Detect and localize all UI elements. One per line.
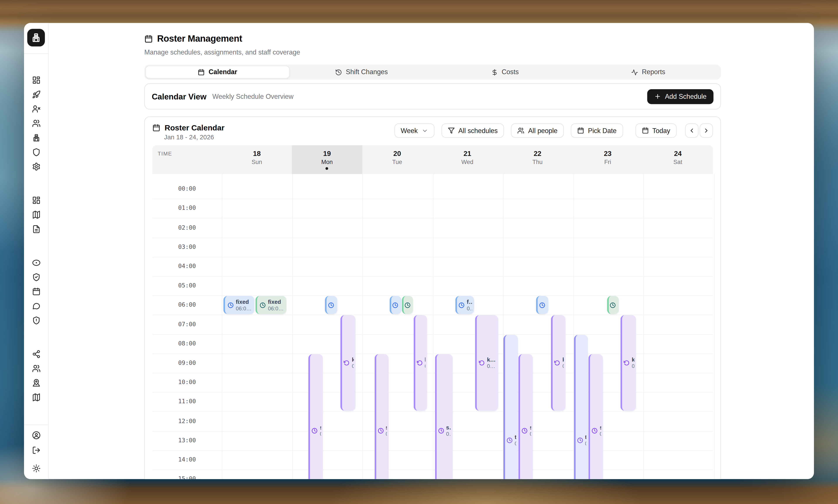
prev-week-button[interactable] <box>685 123 699 138</box>
next-week-button[interactable] <box>700 123 713 138</box>
calendar-event[interactable]: fixed06:0… <box>256 296 286 314</box>
calendar-icon <box>152 124 160 132</box>
rotate-ccw-icon <box>417 360 422 366</box>
calendar-event[interactable]: k…0… <box>621 316 636 411</box>
sidebar-item-message[interactable] <box>24 302 48 310</box>
clock-icon <box>610 302 616 308</box>
sidebar-item-shield-alert[interactable] <box>24 316 48 325</box>
sidebar-item-layout-dashboard[interactable] <box>24 76 48 85</box>
sidebar-item-map[interactable] <box>24 211 48 219</box>
calendar-event[interactable]: s…0… <box>589 354 603 479</box>
plus-icon <box>654 93 661 100</box>
sidebar-item-file-text[interactable] <box>24 225 48 233</box>
sidebar-item-user-circle[interactable] <box>24 431 48 439</box>
clock-icon <box>378 428 383 434</box>
clock-icon <box>328 302 334 308</box>
pick-date-button[interactable]: Pick Date <box>571 123 623 138</box>
calendar-event[interactable]: f…0… <box>607 296 619 314</box>
calendar-event[interactable]: k…0… <box>341 316 355 411</box>
calendar-event[interactable]: t…0… <box>574 335 588 479</box>
tab-reports[interactable]: Reports <box>577 66 720 78</box>
day-header-fri[interactable]: 23Fri <box>573 145 643 174</box>
sidebar-item-shield-check[interactable] <box>24 273 48 281</box>
clock-icon <box>522 428 528 434</box>
schedule-filter-button[interactable]: All schedules <box>441 123 504 138</box>
users-icon <box>32 364 40 373</box>
hour-label: 02:00 <box>152 224 222 231</box>
calendar-event[interactable]: fixed06:0… <box>224 296 255 314</box>
page-header: Roster Management Manage schedules, assi… <box>144 34 300 56</box>
sidebar-item-user-x[interactable] <box>24 105 48 113</box>
calendar-icon <box>32 287 40 296</box>
day-header-row: TIME 18Sun19Mon20Tue21Wed22Thu23Fri24Sat <box>152 145 713 174</box>
day-header-mon[interactable]: 19Mon <box>292 145 362 174</box>
hour-label: 00:00 <box>152 185 222 193</box>
current-day-dot <box>326 167 328 170</box>
sidebar-item-log-out[interactable] <box>24 446 48 454</box>
calendar-event[interactable]: s…0… <box>519 354 533 479</box>
chevron-right-icon <box>703 127 710 134</box>
panel-title: Calendar View <box>152 92 207 101</box>
sidebar-item-users[interactable] <box>24 364 48 373</box>
tab-calendar[interactable]: Calendar <box>145 66 290 78</box>
tab-costs[interactable]: Costs <box>433 66 577 78</box>
day-header-thu[interactable]: 22Thu <box>502 145 573 174</box>
calendar-event[interactable]: t…0… <box>504 335 518 479</box>
calendar-event[interactable]: k…0… <box>413 316 426 411</box>
history-icon <box>335 69 342 76</box>
day-header-tue[interactable]: 20Tue <box>362 145 432 174</box>
week-grid: TIME 18Sun19Mon20Tue21Wed22Thu23Fri24Sat… <box>152 145 713 479</box>
calendar-event[interactable]: f…0… <box>389 296 401 314</box>
calendar-event[interactable]: s…0… <box>435 354 453 479</box>
hour-label: 14:00 <box>152 456 222 464</box>
view-select[interactable]: Week <box>394 123 434 138</box>
people-filter-button[interactable]: All people <box>511 123 564 138</box>
day-header-sat[interactable]: 24Sat <box>643 145 713 174</box>
calendar-event[interactable]: f…0… <box>325 296 337 314</box>
event-time: 0… <box>320 431 321 437</box>
calendar-event[interactable]: k…0… <box>551 316 566 411</box>
calendar-event[interactable]: f…0… <box>456 296 474 314</box>
sidebar-item-map-pin[interactable] <box>24 379 48 387</box>
event-title: s… <box>600 424 601 431</box>
sidebar-item-hotel[interactable] <box>24 133 48 142</box>
sidebar-item-circle-dot[interactable] <box>24 258 48 267</box>
hour-label: 04:00 <box>152 263 222 270</box>
dollar-icon <box>491 69 498 76</box>
hour-label: 05:00 <box>152 282 222 289</box>
users-icon <box>32 119 40 128</box>
sidebar-item-users[interactable] <box>24 119 48 128</box>
clock-icon <box>404 302 410 308</box>
sidebar-item-sun[interactable] <box>24 464 48 473</box>
today-button[interactable]: Today <box>635 123 677 138</box>
tab-shift-changes[interactable]: Shift Changes <box>290 66 433 78</box>
calendar-event[interactable]: f…0… <box>402 296 413 314</box>
sidebar-item-layout-dashboard[interactable] <box>24 196 48 204</box>
event-time: 0… <box>600 431 601 437</box>
event-time: 06:0… <box>236 305 251 312</box>
rotate-ccw-icon <box>624 360 630 366</box>
day-gridline <box>433 174 433 479</box>
clock-icon <box>228 302 234 308</box>
sidebar-item-shield[interactable] <box>24 148 48 156</box>
hour-label: 12:00 <box>152 417 222 425</box>
event-title: k… <box>632 356 634 363</box>
app-logo[interactable] <box>27 29 45 47</box>
calendar-event[interactable]: s…0… <box>309 354 323 479</box>
event-title: k… <box>487 356 495 363</box>
sidebar-item-map[interactable] <box>24 393 48 401</box>
calendar-event[interactable]: k…0… <box>475 316 498 411</box>
sidebar-item-settings[interactable] <box>24 162 48 171</box>
sidebar-item-share[interactable] <box>24 350 48 358</box>
add-schedule-button[interactable]: Add Schedule <box>647 89 713 104</box>
sidebar-item-rocket[interactable] <box>24 90 48 99</box>
sun-icon <box>32 464 40 473</box>
event-title: k… <box>352 356 354 363</box>
calendar-event[interactable]: s…0… <box>374 354 389 479</box>
clock-icon <box>392 302 398 308</box>
calendar-event[interactable]: f…0… <box>536 296 548 314</box>
sidebar-item-calendar[interactable] <box>24 287 48 296</box>
day-header-sun[interactable]: 18Sun <box>222 145 292 174</box>
clock-icon <box>507 437 512 443</box>
day-header-wed[interactable]: 21Wed <box>432 145 503 174</box>
